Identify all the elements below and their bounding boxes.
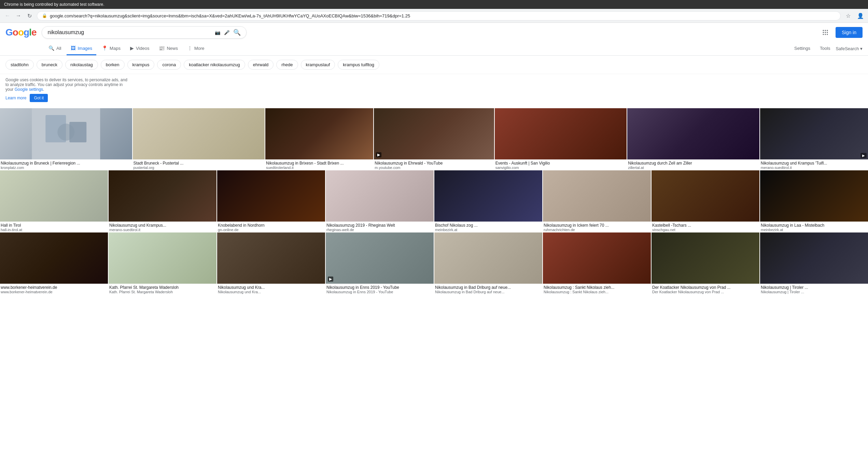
cookie-text: Google uses cookies to deliver its servi… [5, 77, 131, 92]
related-chip-krampus-tuifltog[interactable]: krampus tuifltog [338, 60, 379, 70]
svg-point-5 [827, 32, 828, 33]
image-source: Kath. Pfarrei St. Margareta Wadersloh [109, 290, 216, 294]
svg-point-6 [823, 34, 824, 35]
image-item[interactable]: ▶ Nikolausumzug in Enns 2019 - YouTube N… [326, 232, 434, 294]
profile-button[interactable]: 👤 [856, 11, 865, 20]
settings-link[interactable]: Settings [790, 42, 814, 55]
logo-g2: g [24, 27, 29, 38]
image-title: Nikolausumzug in Bruneck | Ferienregion … [1, 161, 131, 166]
image-item[interactable]: Nikolausumzug in Bad Driburg auf neue...… [434, 232, 542, 294]
tab-videos[interactable]: ▶ Videos [126, 42, 154, 55]
videos-icon: ▶ [130, 45, 134, 51]
image-item[interactable]: Kath. Pfarrei St. Margareta Wadersloh Ka… [109, 232, 216, 294]
image-item[interactable]: Nikolausumzug und Kra... Nikolausumzug u… [217, 232, 325, 294]
image-item[interactable]: Nikolausumzug in Laa - Mistelbach meinbe… [760, 170, 868, 232]
related-chip-nikolaustag[interactable]: nikolaustag [65, 60, 98, 70]
voice-search-button[interactable]: 🎤 [224, 30, 230, 35]
image-item[interactable]: Nikolausumzug in Ickern feiert 70 ... ru… [543, 170, 651, 232]
image-title: Nikolausumzug | Tiroler ... [761, 285, 867, 290]
svg-point-7 [825, 34, 826, 35]
image-title: Nikolausumzug in Laa - Mistelbach [761, 223, 867, 228]
apps-button[interactable] [819, 26, 831, 39]
image-item[interactable]: Der Koatlacker Nikolausumzug von Prad ..… [652, 232, 759, 294]
tab-images[interactable]: 🖼 Images [67, 42, 96, 55]
related-searches: stadtlohn bruneck nikolaustag borken kra… [0, 56, 868, 74]
image-item[interactable]: Kastelbell -Tschars ... vinschgau.net [652, 170, 759, 232]
tab-news[interactable]: 📰 News [155, 42, 182, 55]
related-chip-borken[interactable]: borken [101, 60, 125, 70]
image-row-2: Hall in Tirol hall-in-tirol.at Nikolausu… [0, 170, 868, 232]
learn-more-link[interactable]: Learn more [5, 96, 26, 100]
address-bar[interactable]: 🔒 google.com/search?q=nikolausumzug&scli… [37, 11, 841, 20]
safe-search[interactable]: SafeSearch ▾ [836, 46, 863, 51]
image-source: kronplatz.com [1, 166, 131, 170]
nav-tabs: 🔍 All 🖼 Images 📍 Maps ▶ Videos 📰 News ⋮ … [0, 42, 868, 56]
camera-search-button[interactable]: 📷 [215, 30, 221, 35]
search-submit-button[interactable]: 🔍 [233, 29, 241, 36]
image-grid: Nikolausumzug in Bruneck | Ferienregion … [0, 105, 868, 297]
related-chip-corona[interactable]: corona [157, 60, 181, 70]
image-title: Nikolausumzug und Kra... [218, 285, 324, 290]
image-item[interactable]: Nikolausumzug : Sankt Nikolaus zieh... N… [543, 232, 651, 294]
google-settings-link[interactable]: Google settings [15, 87, 43, 92]
image-title: Knobelabend in Nordhorn [218, 223, 324, 228]
browser-chrome: ← → ↻ 🔒 google.com/search?q=nikolausumzu… [0, 9, 868, 23]
tools-link[interactable]: Tools [816, 42, 834, 55]
related-chip-bruneck[interactable]: bruneck [37, 60, 62, 70]
related-chip-krampus[interactable]: krampus [127, 60, 155, 70]
image-item[interactable]: Nikolausumzug | Tiroler ... Nikolausumzu… [760, 232, 868, 294]
svg-point-2 [827, 30, 828, 31]
image-item[interactable]: Stadt Bruneck - Pustertal ... pustertal.… [133, 108, 265, 170]
image-source: Nikolausumzug | Tiroler ... [761, 290, 867, 294]
got-it-button[interactable]: Got it [30, 94, 48, 102]
bookmark-button[interactable]: ☆ [843, 11, 853, 20]
tab-maps[interactable]: 📍 Maps [98, 42, 125, 55]
refresh-button[interactable]: ↻ [25, 11, 34, 20]
nav-tools: Settings Tools [790, 42, 834, 55]
svg-point-8 [827, 34, 828, 35]
image-source: vinschgau.net [652, 228, 759, 232]
search-bar[interactable]: 📷 🎤 🔍 [42, 26, 247, 39]
image-item[interactable]: Bischof Nikolaus zog ... meinbezirk.at [434, 170, 542, 232]
image-item[interactable]: Hall in Tirol hall-in-tirol.at [0, 170, 108, 232]
sign-in-button[interactable]: Sign in [836, 27, 863, 38]
image-item[interactable]: Nikolausumzug 2019 - Rheginas Welt rhegi… [326, 170, 434, 232]
image-source: www.borkener-heimatverein.de [1, 290, 107, 294]
image-title: Nikolausumzug in Ickern feiert 70 ... [544, 223, 650, 228]
tab-all[interactable]: 🔍 All [44, 42, 65, 55]
image-title: Nikolausumzug und Krampus... [109, 223, 216, 228]
image-title: Nikolausumzug in Bad Driburg auf neue... [435, 285, 542, 290]
forward-button[interactable]: → [14, 11, 23, 20]
image-item[interactable]: Events - Auskunft | San Vigilio sanvigil… [495, 108, 627, 170]
play-icon: ▶ [377, 153, 380, 157]
more-icon: ⋮ [187, 45, 192, 51]
related-chip-rhede[interactable]: rhede [276, 60, 298, 70]
image-item[interactable]: Nikolausumzug in Brixesn - Stadt Brixen … [265, 108, 373, 170]
logo-l: l [29, 27, 31, 38]
image-item[interactable]: Nikolausumzug in Bruneck | Ferienregion … [0, 108, 132, 170]
image-item[interactable]: ▶ Nikolausumzug und Krampus 'Tuifl... me… [760, 108, 868, 170]
related-chip-krampuslauf[interactable]: krampuslauf [301, 60, 335, 70]
image-title: Bischof Nikolaus zog ... [435, 223, 542, 228]
search-input[interactable] [47, 29, 211, 36]
logo-o1: o [13, 27, 18, 38]
image-item[interactable]: Knobelabend in Nordhorn gn-online.de [217, 170, 325, 232]
image-source: Nikolausumzug : Sankt Nikolaus zieh... [544, 290, 650, 294]
related-chip-stadtlohn[interactable]: stadtlohn [5, 60, 34, 70]
svg-point-3 [823, 32, 824, 33]
image-source: Nikolausumzug in Enns 2019 - YouTube [326, 290, 433, 294]
image-item[interactable]: www.borkener-heimatverein.de www.borkene… [0, 232, 108, 294]
svg-point-1 [825, 30, 826, 31]
header-right: Sign in [819, 26, 863, 39]
svg-point-12 [57, 124, 74, 141]
tab-more-label: More [194, 46, 205, 51]
tab-more[interactable]: ⋮ More [183, 42, 209, 55]
svg-point-4 [825, 32, 826, 33]
image-title: Hall in Tirol [1, 223, 107, 228]
related-chip-koatlacker[interactable]: koatlacker nikolausumzug [184, 60, 245, 70]
image-item[interactable]: ▶ Nikolausumzug in Ehrwald - YouTube m.y… [374, 108, 494, 170]
back-button[interactable]: ← [3, 11, 12, 20]
image-item[interactable]: Nikolausumzug und Krampus... merano-sued… [109, 170, 216, 232]
image-item[interactable]: Nikolausumzug durch Zell am Ziller zille… [627, 108, 759, 170]
related-chip-ehrwald[interactable]: ehrwald [248, 60, 274, 70]
